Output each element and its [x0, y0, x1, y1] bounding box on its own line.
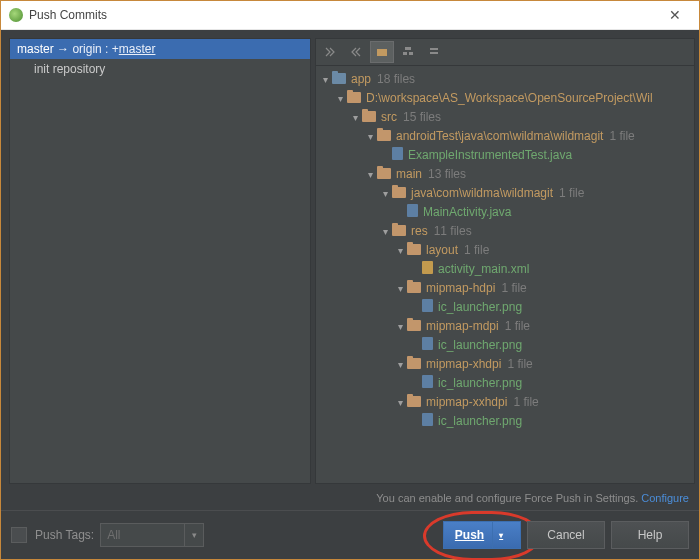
tree-expanded-icon[interactable]	[380, 185, 390, 202]
tree-row[interactable]: mipmap-xxhdpi1 file	[316, 393, 694, 412]
tree-row[interactable]: java\com\wildma\wildmagit1 file	[316, 184, 694, 203]
file-count: 15 files	[403, 110, 441, 124]
tree-row[interactable]: MainActivity.java	[316, 203, 694, 222]
tree-row[interactable]: ic_launcher.png	[316, 298, 694, 317]
file-count: 18 files	[377, 72, 415, 86]
help-button[interactable]: Help	[611, 521, 689, 549]
folder-label: layout	[426, 243, 458, 257]
tree-expanded-icon[interactable]	[365, 166, 375, 183]
svg-rect-4	[430, 48, 438, 50]
tree-expanded-icon[interactable]	[320, 71, 330, 88]
folder-label: mipmap-mdpi	[426, 319, 499, 333]
tree-row[interactable]: ic_launcher.png	[316, 336, 694, 355]
collapse-all-icon[interactable]	[344, 41, 368, 63]
java-file-icon	[407, 204, 418, 217]
folder-label: res	[411, 224, 428, 238]
close-icon[interactable]: ✕	[655, 7, 695, 23]
folder-icon	[392, 187, 406, 198]
folder-icon	[407, 396, 421, 407]
titlebar: Push Commits ✕	[1, 1, 699, 30]
bottom-bar: Push Tags: All ▾ Push ▾ Cancel Help	[1, 510, 699, 559]
window-title: Push Commits	[29, 8, 655, 22]
file-label: ic_launcher.png	[438, 414, 522, 428]
file-label: ic_launcher.png	[438, 338, 522, 352]
commits-pane: master → origin : +master init repositor…	[9, 38, 311, 484]
folder-label: D:\workspace\AS_Workspace\OpenSourceProj…	[366, 91, 653, 105]
push-tags-combo[interactable]: All ▾	[100, 523, 204, 547]
expand-all-icon[interactable]	[318, 41, 342, 63]
file-label: ExampleInstrumentedTest.java	[408, 148, 572, 162]
image-file-icon	[422, 413, 433, 426]
tree-expanded-icon[interactable]	[395, 318, 405, 335]
tree-row[interactable]: activity_main.xml	[316, 260, 694, 279]
folder-label: androidTest\java\com\wildma\wildmagit	[396, 129, 603, 143]
tree-expanded-icon[interactable]	[335, 90, 345, 107]
folder-label: mipmap-hdpi	[426, 281, 495, 295]
folder-icon	[407, 358, 421, 369]
file-tree[interactable]: app18 filesD:\workspace\AS_Workspace\Ope…	[315, 65, 695, 484]
dialog-body: master → origin : +master init repositor…	[1, 30, 699, 559]
tree-row[interactable]: app18 files	[316, 70, 694, 89]
file-count: 1 file	[559, 186, 584, 200]
tree-row[interactable]: mipmap-mdpi1 file	[316, 317, 694, 336]
folder-icon	[407, 244, 421, 255]
commit-item[interactable]: init repository	[10, 59, 310, 79]
group-by-directory-icon[interactable]	[370, 41, 394, 63]
file-count: 1 file	[513, 395, 538, 409]
folder-icon	[407, 282, 421, 293]
files-toolbar	[315, 38, 695, 65]
folder-label: src	[381, 110, 397, 124]
svg-rect-2	[403, 52, 407, 55]
tree-expanded-icon[interactable]	[395, 356, 405, 373]
folder-label: mipmap-xhdpi	[426, 357, 501, 371]
file-count: 1 file	[464, 243, 489, 257]
commits-list: init repository	[10, 59, 310, 79]
tree-row[interactable]: ic_launcher.png	[316, 412, 694, 431]
folder-icon	[377, 168, 391, 179]
tree-row[interactable]: mipmap-xhdpi1 file	[316, 355, 694, 374]
configure-link[interactable]: Configure	[641, 492, 689, 504]
file-count: 1 file	[505, 319, 530, 333]
folder-icon	[407, 320, 421, 331]
tree-expanded-icon[interactable]	[395, 280, 405, 297]
tree-expanded-icon[interactable]	[395, 394, 405, 411]
folder-label: app	[351, 72, 371, 86]
tree-row[interactable]: ExampleInstrumentedTest.java	[316, 146, 694, 165]
file-label: MainActivity.java	[423, 205, 511, 219]
tree-row[interactable]: ic_launcher.png	[316, 374, 694, 393]
tree-row[interactable]: layout1 file	[316, 241, 694, 260]
branch-spec[interactable]: master → origin : +master	[10, 39, 310, 59]
tree-row[interactable]: mipmap-hdpi1 file	[316, 279, 694, 298]
image-file-icon	[422, 337, 433, 350]
tree-row[interactable]: main13 files	[316, 165, 694, 184]
tree-row[interactable]: D:\workspace\AS_Workspace\OpenSourceProj…	[316, 89, 694, 108]
svg-rect-1	[405, 47, 411, 50]
tree-expanded-icon[interactable]	[365, 128, 375, 145]
folder-label: java\com\wildma\wildmagit	[411, 186, 553, 200]
folder-icon	[362, 111, 376, 122]
push-button[interactable]: Push ▾	[443, 521, 521, 549]
folder-label: main	[396, 167, 422, 181]
settings-icon[interactable]	[422, 41, 446, 63]
tree-expanded-icon[interactable]	[350, 109, 360, 126]
svg-rect-5	[430, 52, 438, 54]
file-label: ic_launcher.png	[438, 300, 522, 314]
tree-row[interactable]: androidTest\java\com\wildma\wildmagit1 f…	[316, 127, 694, 146]
file-count: 11 files	[434, 224, 472, 238]
tree-expanded-icon[interactable]	[395, 242, 405, 259]
file-count: 1 file	[507, 357, 532, 371]
push-commits-dialog: Push Commits ✕ master → origin : +master…	[0, 0, 700, 560]
tree-row[interactable]: src15 files	[316, 108, 694, 127]
files-pane: app18 filesD:\workspace\AS_Workspace\Ope…	[315, 38, 695, 484]
tree-row[interactable]: res11 files	[316, 222, 694, 241]
force-push-note: You can enable and configure Force Push …	[1, 488, 699, 510]
show-diff-icon[interactable]	[396, 41, 420, 63]
java-file-icon	[392, 147, 403, 160]
file-count: 1 file	[609, 129, 634, 143]
tree-expanded-icon[interactable]	[380, 223, 390, 240]
xml-file-icon	[422, 261, 433, 274]
cancel-button[interactable]: Cancel	[527, 521, 605, 549]
push-tags-checkbox[interactable]	[11, 527, 27, 543]
chevron-down-icon[interactable]: ▾	[492, 522, 509, 548]
file-count: 1 file	[501, 281, 526, 295]
